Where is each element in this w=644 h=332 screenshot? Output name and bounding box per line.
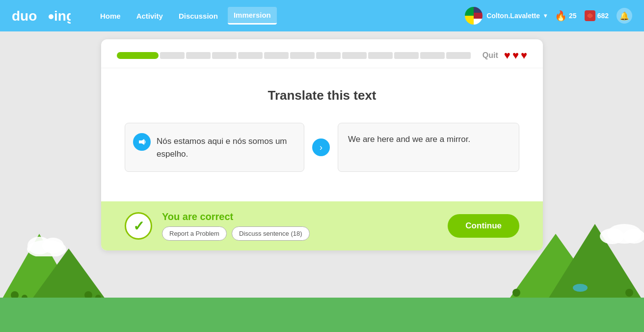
progress-bar	[117, 52, 471, 59]
progress-segment	[446, 52, 471, 59]
discuss-sentence-button[interactable]: Discuss sentence (18)	[232, 226, 310, 241]
header: duo ingo Home Activity Discussion Immers…	[0, 0, 644, 31]
progress-segments	[160, 52, 471, 59]
progress-segment	[420, 52, 445, 59]
progress-segment	[186, 52, 211, 59]
continue-button[interactable]: Continue	[448, 214, 519, 238]
progress-area: Quit ♥ ♥ ♥	[101, 39, 543, 68]
svg-marker-3	[587, 13, 593, 19]
hearts-area: ♥ ♥ ♥	[504, 49, 527, 62]
nav-immersion[interactable]: Immersion	[228, 7, 277, 25]
correct-banner: ✓ You are correct Report a Problem Discu…	[101, 201, 543, 250]
user-menu[interactable]: Colton.Lavalette ▾	[465, 7, 547, 25]
gem-icon	[585, 10, 595, 21]
correct-content: You are correct Report a Problem Discuss…	[162, 211, 438, 241]
report-problem-button[interactable]: Report a Problem	[162, 226, 227, 241]
svg-point-12	[573, 284, 588, 292]
streak-badge: 🔥 25	[555, 10, 577, 22]
username: Colton.Lavalette	[486, 12, 540, 20]
svg-point-16	[600, 228, 624, 244]
svg-text:duo: duo	[12, 8, 37, 24]
svg-marker-21	[139, 139, 144, 145]
svg-point-1	[49, 14, 54, 19]
nav: Home Activity Discussion Immersion	[94, 7, 277, 25]
progress-segment	[238, 52, 263, 59]
svg-point-13	[512, 289, 520, 297]
chevron-down-icon: ▾	[544, 12, 547, 19]
check-circle-icon: ✓	[125, 212, 152, 240]
avatar	[465, 7, 483, 25]
progress-filled	[117, 52, 159, 59]
source-text: Nós estamos aqui e nós somos um espelho.	[157, 133, 294, 160]
lesson-title: Translate this text	[125, 88, 519, 103]
heart-icon: ♥	[504, 49, 510, 62]
progress-segment	[212, 52, 237, 59]
flame-icon: 🔥	[555, 10, 567, 22]
nav-activity[interactable]: Activity	[131, 8, 169, 24]
progress-segment	[316, 52, 341, 59]
progress-segment	[160, 52, 185, 59]
progress-segment	[368, 52, 393, 59]
header-right: Colton.Lavalette ▾ 🔥 25 682 🔔	[465, 7, 632, 25]
quit-button[interactable]: Quit	[483, 51, 498, 60]
svg-text:ingo: ingo	[54, 8, 71, 24]
correct-title: You are correct	[162, 211, 438, 222]
notification-bell-icon[interactable]: 🔔	[617, 8, 632, 24]
svg-point-14	[625, 289, 633, 297]
progress-segment	[290, 52, 315, 59]
progress-segment	[264, 52, 289, 59]
checkmark-icon: ✓	[133, 218, 144, 234]
logo[interactable]: duo ingo	[12, 7, 71, 25]
heart-icon: ♥	[512, 49, 519, 62]
lesson-card: Quit ♥ ♥ ♥ Translate this text Nós estam…	[101, 39, 543, 250]
lesson-content: Translate this text Nós estamos aqui e n…	[101, 68, 543, 201]
target-box: We are here and we are a mirror.	[338, 123, 519, 172]
svg-point-17	[623, 229, 644, 244]
gem-badge: 682	[585, 10, 609, 21]
banner-actions: Report a Problem Discuss sentence (18)	[162, 226, 438, 241]
translation-row: Nós estamos aqui e nós somos um espelho.…	[125, 123, 519, 172]
sound-button[interactable]	[133, 133, 151, 151]
svg-point-20	[42, 238, 64, 253]
grass	[0, 298, 644, 332]
nav-home[interactable]: Home	[94, 8, 127, 24]
arrow-right-icon: ›	[312, 138, 330, 156]
nav-discussion[interactable]: Discussion	[173, 8, 224, 24]
cloud-left-icon	[25, 232, 69, 258]
gem-count: 682	[597, 12, 609, 20]
progress-segment	[394, 52, 419, 59]
target-text: We are here and we are a mirror.	[348, 135, 470, 144]
heart-icon: ♥	[521, 49, 527, 62]
streak-count: 25	[569, 12, 577, 20]
source-box: Nós estamos aqui e nós somos um espelho.	[125, 123, 304, 172]
progress-segment	[342, 52, 367, 59]
